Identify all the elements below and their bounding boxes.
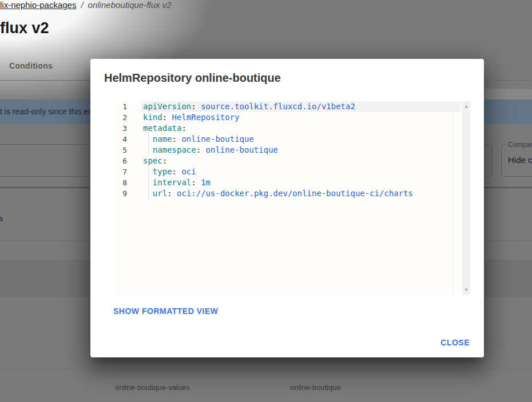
code-line[interactable]: spec: [141, 156, 461, 166]
line-number: 9 [114, 188, 132, 199]
line-number: 7 [114, 166, 132, 177]
code-line[interactable]: apiVersion: source.toolkit.fluxcd.io/v1b… [141, 101, 461, 112]
line-number: 3 [114, 123, 132, 134]
line-number: 1 [114, 101, 132, 112]
scroll-down-icon[interactable]: ▼ [462, 286, 470, 294]
indent-guide [148, 166, 149, 199]
editor-ruler-line [452, 101, 453, 295]
line-number: 4 [114, 134, 132, 145]
helm-repository-dialog: HelmRepository online-boutique 123456789… [90, 59, 484, 357]
line-number: 8 [114, 177, 132, 188]
code-line[interactable]: url: oci://us-docker.pkg.dev/online-bout… [141, 188, 461, 199]
line-number: 2 [114, 112, 132, 123]
indent-guide [148, 134, 149, 156]
scroll-up-icon[interactable]: ▲ [462, 102, 470, 110]
editor-scrollbar[interactable]: ▲ ▼ [462, 101, 470, 295]
show-formatted-view-button[interactable]: SHOW FORMATTED VIEW [113, 307, 218, 316]
code-line[interactable]: interval: 1m [141, 177, 461, 188]
code-line[interactable]: namespace: online-boutique [141, 145, 461, 156]
code-lines: apiVersion: source.toolkit.fluxcd.io/v1b… [141, 101, 461, 199]
code-line[interactable]: name: online-boutique [141, 134, 461, 145]
code-line[interactable]: type: oci [141, 166, 461, 177]
line-number: 6 [114, 156, 132, 166]
code-line[interactable]: metadata: [141, 123, 461, 134]
line-number: 5 [114, 145, 132, 156]
line-number-gutter: 123456789 [114, 101, 132, 199]
dialog-title: HelmRepository online-boutique [104, 71, 281, 85]
close-button[interactable]: CLOSE [440, 338, 470, 347]
yaml-code-editor[interactable]: 123456789 apiVersion: source.toolkit.flu… [114, 101, 470, 295]
code-line[interactable]: kind: HelmRepository [141, 112, 461, 123]
